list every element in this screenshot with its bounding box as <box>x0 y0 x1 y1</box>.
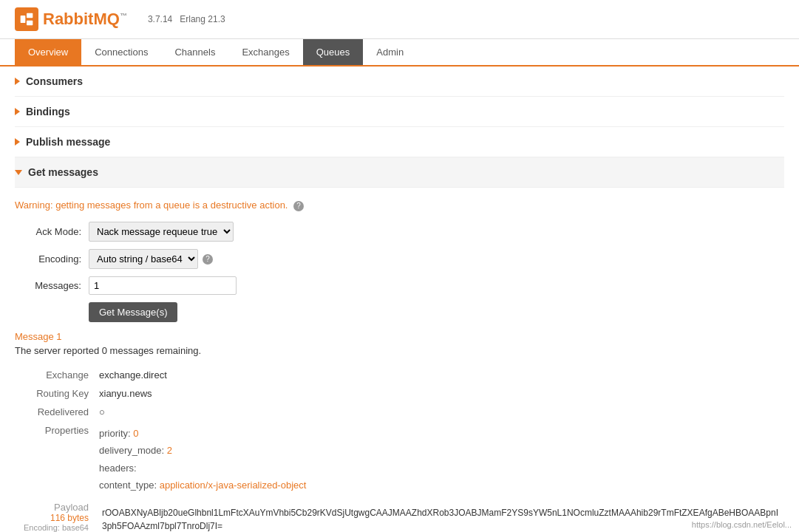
svg-rect-2 <box>27 21 33 26</box>
encoding-label: Encoding: <box>15 253 81 265</box>
payload-label: Payload <box>16 502 89 513</box>
get-messages-button-row: Get Message(s) <box>89 302 784 322</box>
message-result: Message 1 The server reported 0 messages… <box>15 331 784 532</box>
svg-rect-1 <box>27 13 33 18</box>
redelivered-row: Redelivered ○ <box>16 403 783 420</box>
exchange-label: Exchange <box>16 366 98 383</box>
prop-headers-name: headers: <box>99 463 137 474</box>
prop-priority-value: 0 <box>133 428 138 439</box>
get-messages-body: Warning: getting messages from a queue i… <box>15 188 784 532</box>
bindings-arrow-icon <box>15 108 20 115</box>
remaining-text: The server reported 0 messages remaining… <box>15 345 784 356</box>
logo-text: RabbitMQ™ <box>43 10 127 29</box>
payload-bytes: 116 bytes <box>16 513 89 523</box>
logo-icon <box>15 7 38 31</box>
consumers-section-title: Consumers <box>26 75 83 87</box>
consumers-arrow-icon <box>15 78 20 85</box>
ack-mode-select[interactable]: Nack message requeue trueAck message rem… <box>89 222 234 242</box>
messages-label: Messages: <box>15 280 81 291</box>
nav-admin[interactable]: Admin <box>363 39 417 65</box>
nav-channels[interactable]: Channels <box>161 39 228 65</box>
properties-block: priority: 0 delivery_mode: 2 headers: co… <box>99 425 783 494</box>
nav-overview[interactable]: Overview <box>15 39 81 65</box>
properties-values: priority: 0 delivery_mode: 2 headers: co… <box>99 422 783 497</box>
get-messages-section-header[interactable]: Get messages <box>15 157 784 188</box>
nav-queues[interactable]: Queues <box>303 39 364 65</box>
version-info: 3.7.14 Erlang 21.3 <box>148 14 225 24</box>
exchange-row: Exchange exchange.direct <box>16 366 783 383</box>
exchange-value: exchange.direct <box>99 366 783 383</box>
payload-row: Payload 116 bytes Encoding: base64 rOOAB… <box>16 499 783 532</box>
routing-key-label: Routing Key <box>16 385 98 402</box>
header: RabbitMQ™ 3.7.14 Erlang 21.3 <box>0 0 799 39</box>
get-messages-arrow-icon <box>15 170 22 175</box>
get-messages-button[interactable]: Get Message(s) <box>89 302 177 322</box>
encoding-row: Encoding: Auto string / base64base64 ? <box>15 249 784 269</box>
main-content: Consumers Bindings Publish message Get m… <box>0 66 799 532</box>
prop-content-type-value: application/x-java-serialized-object <box>160 480 307 491</box>
prop-content-type-name: content_type: <box>99 480 160 491</box>
nav-connections[interactable]: Connections <box>81 39 161 65</box>
publish-arrow-icon <box>15 138 20 146</box>
messages-count-row: Messages: <box>15 276 784 295</box>
encoding-select[interactable]: Auto string / base64base64 <box>89 249 198 269</box>
ack-mode-row: Ack Mode: Nack message requeue trueAck m… <box>15 222 784 242</box>
svg-rect-0 <box>21 16 26 23</box>
warning-text: Warning: getting messages from a queue i… <box>15 200 784 211</box>
routing-key-row: Routing Key xianyu.news <box>16 385 783 402</box>
warning-help-icon[interactable]: ? <box>293 201 304 211</box>
payload-cell-label: Payload 116 bytes Encoding: base64 <box>16 499 98 532</box>
consumers-section-header[interactable]: Consumers <box>15 66 784 97</box>
messages-input[interactable] <box>89 276 237 295</box>
prop-delivery-name: delivery_mode: <box>99 445 167 456</box>
bindings-section-header[interactable]: Bindings <box>15 97 784 127</box>
get-messages-section-title: Get messages <box>28 166 98 178</box>
url-hint: https://blog.csdn.net/Eelol... <box>692 520 792 529</box>
prop-priority-name: priority: <box>99 428 133 439</box>
ack-mode-label: Ack Mode: <box>15 226 81 237</box>
routing-key-value: xianyu.news <box>99 385 783 402</box>
prop-delivery-value: 2 <box>167 445 172 456</box>
encoding-help-icon[interactable]: ? <box>203 254 213 265</box>
bindings-section-title: Bindings <box>26 106 70 117</box>
properties-row: Properties priority: 0 delivery_mode: 2 … <box>16 422 783 497</box>
redelivered-value: ○ <box>99 403 783 420</box>
redelivered-label: Redelivered <box>16 403 98 420</box>
logo-tm: ™ <box>120 12 127 20</box>
message-label: Message 1 <box>15 331 784 342</box>
publish-section-title: Publish message <box>26 136 110 148</box>
payload-content: rOOABXNyABljb20ueGlhbnl1LmFtcXAuYmVhbi5C… <box>99 502 783 532</box>
payload-encoding: Encoding: base64 <box>16 523 89 532</box>
publish-message-section-header[interactable]: Publish message <box>15 127 784 157</box>
properties-label: Properties <box>16 422 98 497</box>
payload-content-cell: rOOABXNyABljb20ueGlhbnl1LmFtcXAuYmVhbi5C… <box>99 499 783 532</box>
message-detail-table: Exchange exchange.direct Routing Key xia… <box>15 365 784 532</box>
nav-exchanges[interactable]: Exchanges <box>228 39 302 65</box>
nav-bar: Overview Connections Channels Exchanges … <box>0 39 799 66</box>
logo: RabbitMQ™ <box>15 7 127 31</box>
